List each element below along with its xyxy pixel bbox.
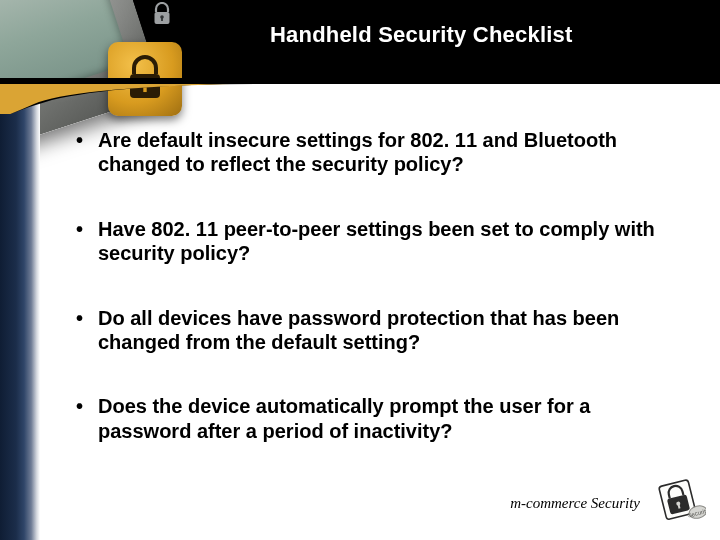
- slide: Handheld Security Checklist Are default …: [0, 0, 720, 540]
- bullet-item: Do all devices have password protection …: [70, 306, 680, 355]
- bullet-list: Are default insecure settings for 802. 1…: [70, 128, 680, 483]
- lock-badge-icon: [108, 42, 182, 116]
- footer-lock-icon: Security: [654, 472, 706, 528]
- bullet-item: Does the device automatically prompt the…: [70, 394, 680, 443]
- svg-rect-2: [161, 17, 163, 21]
- bullet-item: Have 802. 11 peer-to-peer settings been …: [70, 217, 680, 266]
- lock-icon: [152, 2, 172, 30]
- slide-title: Handheld Security Checklist: [270, 22, 573, 48]
- footer-label: m-commerce Security: [510, 495, 640, 512]
- left-accent-bar: [0, 78, 40, 540]
- bullet-item: Are default insecure settings for 802. 1…: [70, 128, 680, 177]
- svg-rect-5: [143, 84, 146, 92]
